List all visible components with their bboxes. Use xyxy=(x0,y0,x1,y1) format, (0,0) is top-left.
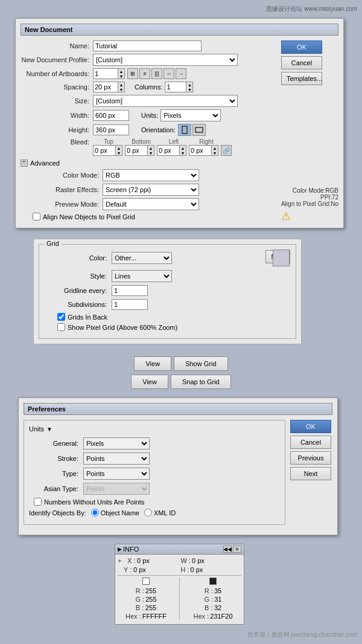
show-grid-button[interactable]: Show Grid xyxy=(174,356,227,371)
info-r2-label: R : xyxy=(205,587,213,594)
info-arrow-icon: ▶ xyxy=(118,546,122,552)
grid-style-label: Style: xyxy=(45,272,112,280)
height-input[interactable] xyxy=(93,124,129,135)
profile-select[interactable]: [Custom] xyxy=(93,54,238,66)
grids-in-back-checkbox[interactable] xyxy=(57,313,65,321)
size-select[interactable]: [Custom] xyxy=(93,95,238,107)
link-bleed-button[interactable]: 🔗 xyxy=(221,145,232,156)
dialog-title: New Document xyxy=(21,24,338,36)
numbers-without-units-label: Numbers Without Units Are Points xyxy=(44,498,144,506)
numbers-without-units-checkbox[interactable] xyxy=(34,498,42,506)
artboard-layout-icons: ⊞ ≡ ||| ↔ → xyxy=(127,68,186,79)
warning-icon: ⚠ xyxy=(281,210,338,223)
info-panel: ▶ INFO ◀◀ ≡ + X : 0 px W : 0 px Y : 0 px xyxy=(115,544,244,625)
name-input[interactable] xyxy=(93,40,202,51)
bleed-right-input[interactable] xyxy=(189,145,212,156)
spacing-up[interactable]: ▲ xyxy=(118,82,124,87)
prefs-previous-button[interactable]: Previous xyxy=(290,451,331,465)
view-button-1[interactable]: View xyxy=(134,356,171,371)
view-buttons-section: View Show Grid View Snap to Grid xyxy=(0,356,362,389)
artboards-up[interactable]: ▲ xyxy=(118,69,124,74)
grid-color-select[interactable]: Other... xyxy=(112,252,172,264)
snap-to-grid-button[interactable]: Snap to Grid xyxy=(171,375,231,389)
bleed-bottom-label: Bottom xyxy=(127,138,156,145)
prefs-next-button[interactable]: Next xyxy=(290,467,331,480)
prefs-asiantype-select[interactable]: Points xyxy=(83,483,150,495)
gridline-input[interactable] xyxy=(112,285,148,296)
artboards-spinner[interactable]: ▲ ▼ xyxy=(118,68,125,79)
artboards-down[interactable]: ▼ xyxy=(118,74,124,79)
xml-id-radio[interactable] xyxy=(144,509,152,517)
bleed-right-spinner[interactable]: ▲ ▼ xyxy=(212,145,218,156)
preview-label: Preview Mode: xyxy=(30,201,103,208)
templates-button[interactable]: Templates... xyxy=(281,72,322,85)
watermark-top: 思缘设计论坛 www.missyuan.com xyxy=(266,5,357,13)
info-x-value: 0 px xyxy=(137,557,150,564)
bleed-bottom-input[interactable] xyxy=(125,145,148,156)
prefs-type-select[interactable]: Points xyxy=(83,468,150,480)
bleed-top-spinner[interactable]: ▲ ▼ xyxy=(116,145,122,156)
artboard-grid-icon[interactable]: ⊞ xyxy=(127,68,138,79)
spacing-down[interactable]: ▼ xyxy=(118,87,124,92)
bleed-top-label: Top xyxy=(94,138,123,145)
landscape-button[interactable] xyxy=(192,124,206,136)
info-title: INFO xyxy=(123,546,139,553)
preview-select[interactable]: Default xyxy=(103,198,199,210)
info-hex1-label: Hex : xyxy=(125,613,141,620)
units-select[interactable]: Pixels xyxy=(160,109,221,121)
bleed-left-spinner[interactable]: ▲ ▼ xyxy=(180,145,186,156)
advanced-chevron[interactable]: ⌃ xyxy=(21,159,28,167)
portrait-button[interactable] xyxy=(178,124,191,136)
prefs-asiantype-label: Asian Type: xyxy=(29,485,83,492)
bleed-left-label: Left xyxy=(159,138,188,145)
grid-style-select[interactable]: Lines xyxy=(112,270,172,282)
object-name-radio[interactable] xyxy=(91,509,99,517)
width-input[interactable] xyxy=(93,110,129,121)
colormode-label: Color Mode: xyxy=(30,172,103,179)
units-dropdown-arrow[interactable]: ▼ xyxy=(46,426,52,433)
grid-legend: Grid xyxy=(44,240,62,247)
prefs-ok-button[interactable]: OK xyxy=(290,420,331,433)
artboard-add-icon[interactable]: → xyxy=(176,68,186,79)
align-pixel-checkbox[interactable] xyxy=(33,213,40,221)
show-pixel-grid-checkbox[interactable] xyxy=(57,323,65,331)
info-collapse-button[interactable]: ◀◀ xyxy=(223,546,232,553)
bleed-bottom-spinner[interactable]: ▲ ▼ xyxy=(148,145,154,156)
spacing-input[interactable] xyxy=(93,82,118,92)
colormode-select[interactable]: RGB xyxy=(103,169,199,181)
bleed-top-input[interactable] xyxy=(93,145,116,156)
columns-down[interactable]: ▼ xyxy=(186,87,192,92)
prefs-cancel-button[interactable]: Cancel xyxy=(290,436,331,449)
prefs-stroke-select[interactable]: Points xyxy=(83,452,150,465)
info-b1-label: B : xyxy=(136,604,144,611)
view-button-2[interactable]: View xyxy=(131,375,168,389)
artboard-arrange-icon[interactable]: ↔ xyxy=(164,68,174,79)
raster-select[interactable]: Screen (72 ppi) xyxy=(103,184,199,196)
prefs-general-select[interactable]: Pixels xyxy=(83,437,150,449)
xml-id-option[interactable]: XML ID xyxy=(144,509,176,517)
bleed-left-input[interactable] xyxy=(157,145,180,156)
prefs-title: Preferences xyxy=(24,403,332,415)
grid-color-swatch[interactable] xyxy=(273,250,290,266)
artboards-input[interactable] xyxy=(93,68,118,79)
svg-rect-0 xyxy=(182,126,187,134)
units-group-title: Units xyxy=(29,425,44,433)
artboard-row-icon[interactable]: ≡ xyxy=(139,68,150,79)
info-hex1-value: FFFFFF xyxy=(142,613,167,620)
color2-swatch xyxy=(209,578,217,585)
columns-spinner[interactable]: ▲ ▼ xyxy=(186,82,193,92)
cancel-button[interactable]: Cancel xyxy=(281,56,322,69)
advanced-label: Advanced xyxy=(30,159,60,167)
spacing-spinner[interactable]: ▲ ▼ xyxy=(118,82,125,92)
subdivisions-label: Subdivisions: xyxy=(45,301,112,308)
subdivisions-input[interactable] xyxy=(112,299,148,310)
ok-button[interactable]: OK xyxy=(281,40,322,54)
columns-up[interactable]: ▲ xyxy=(186,82,192,87)
info-menu-button[interactable]: ≡ xyxy=(233,546,241,553)
info-r1-label: R : xyxy=(136,587,144,594)
artboard-col-icon[interactable]: ||| xyxy=(151,68,162,79)
columns-input[interactable] xyxy=(165,82,186,92)
units-label: Units: xyxy=(141,112,158,119)
object-name-option[interactable]: Object Name xyxy=(91,509,139,517)
info-y-label: Y : xyxy=(124,566,132,573)
